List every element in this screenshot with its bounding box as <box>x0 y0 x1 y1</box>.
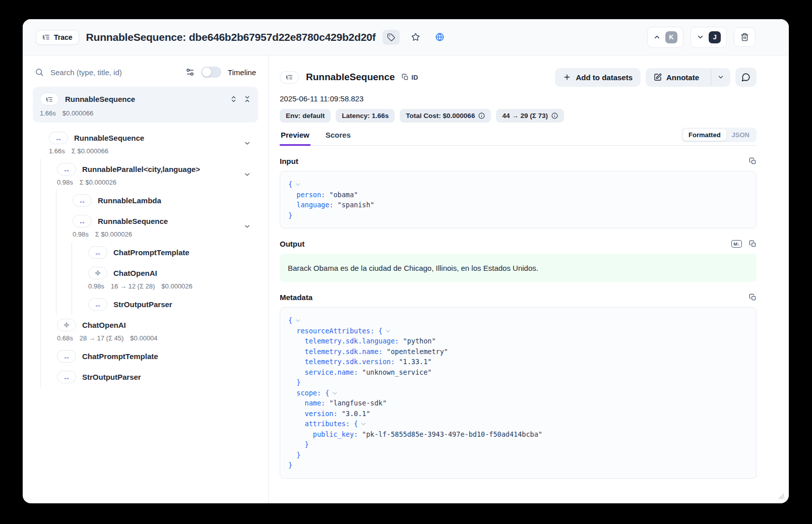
span-tree: ↔RunnableSequence1.66sΣ $0.000066↔Runnab… <box>33 128 258 387</box>
tree-node[interactable]: ↔ChatPromptTemplate <box>72 242 258 263</box>
collapse-chevron-icon[interactable] <box>386 328 390 332</box>
metadata-json-viewer: { resourceAttributes: { telemetry.sdk.la… <box>280 307 757 479</box>
search-input[interactable] <box>50 68 179 77</box>
tree-branch: ↔ChatPromptTemplate✤ChatOpenAI0.98s16 → … <box>72 242 258 315</box>
metadata-section-header: Metadata <box>280 293 757 302</box>
copy-icon[interactable] <box>749 157 757 165</box>
total-cost-badge[interactable]: Total Cost: $0.000066 <box>400 109 491 123</box>
tree-node[interactable]: ↔StrOutputParser <box>41 367 258 387</box>
output-text: Barack Obama es de la ciudad de Chicago,… <box>280 254 757 282</box>
chevron-down-icon[interactable] <box>243 171 251 179</box>
tag-icon <box>387 33 395 41</box>
trace-type-badge: Trace <box>36 30 79 45</box>
format-toggle: Formatted JSON <box>681 128 757 142</box>
trace-badge-label: Trace <box>54 33 73 41</box>
span-icon: ↔ <box>73 215 92 227</box>
span-icon: ↔ <box>88 246 107 259</box>
public-share-button[interactable] <box>431 30 448 45</box>
generation-icon: ✤ <box>57 319 76 331</box>
bookmark-star-button[interactable] <box>407 30 424 45</box>
copy-icon <box>402 74 409 81</box>
output-label: Output <box>280 240 304 248</box>
node-metrics: 0.98s16 → 12 (Σ 28)$0.000026 <box>88 282 238 290</box>
collapse-chevron-icon[interactable] <box>296 182 300 186</box>
chevron-down-icon[interactable] <box>243 140 251 147</box>
node-metrics: 1.66sΣ $0.000066 <box>49 147 238 155</box>
delete-trace-button[interactable] <box>734 27 756 47</box>
trace-root-card[interactable]: RunnableSequence 1.66s$0.000066 <box>33 87 258 123</box>
copy-icon[interactable] <box>749 240 757 248</box>
span-icon: ↔ <box>57 350 76 363</box>
chevron-up-icon <box>653 33 661 41</box>
tree-node[interactable]: ↔RunnableSequence0.98sΣ $0.000026 <box>56 211 258 242</box>
tab-preview[interactable]: Preview <box>280 131 310 146</box>
trace-icon <box>40 93 59 105</box>
add-to-datasets-button[interactable]: Add to datasets <box>555 68 641 87</box>
collapse-chevron-icon[interactable] <box>333 390 337 394</box>
latency-badge: Latency: 1.66s <box>336 109 395 123</box>
format-formatted[interactable]: Formatted <box>683 129 726 141</box>
collapse-chevron-icon[interactable] <box>296 318 300 322</box>
tree-node[interactable]: ↔ChatPromptTemplate <box>41 346 258 367</box>
star-icon <box>411 33 420 41</box>
copy-icon[interactable] <box>749 294 757 301</box>
metadata-label: Metadata <box>280 293 313 302</box>
collapse-all-icon[interactable] <box>243 95 251 103</box>
comments-button[interactable] <box>735 68 757 87</box>
tree-node[interactable]: ↔RunnableLambda <box>56 190 258 211</box>
next-trace-button[interactable]: J <box>691 27 727 48</box>
filter-sliders-icon[interactable] <box>185 68 195 77</box>
tab-scores[interactable]: Scores <box>325 131 352 145</box>
avatar: K <box>665 31 677 43</box>
tag-button[interactable] <box>383 30 400 45</box>
info-icon <box>551 112 558 119</box>
node-name: ChatOpenAI <box>82 321 126 329</box>
tree-node[interactable]: ✤ChatOpenAI0.98s16 → 12 (Σ 28)$0.000026 <box>72 263 258 294</box>
timeline-label: Timeline <box>228 68 256 77</box>
info-icon <box>478 112 485 119</box>
node-name: StrOutputParser <box>113 300 172 309</box>
node-metrics: 0.98sΣ $0.000026 <box>73 230 238 238</box>
tree-node[interactable]: ↔RunnableParallel<city,language>0.98sΣ $… <box>41 159 258 190</box>
chevron-down-icon[interactable] <box>243 223 251 230</box>
trace-window: Trace RunnableSequence: dbe646b2b67957d2… <box>23 19 789 503</box>
span-icon: ↔ <box>73 194 92 207</box>
markdown-toggle-icon[interactable]: M↓ <box>731 240 742 248</box>
input-section-header: Input <box>280 157 757 165</box>
page-title: RunnableSequence: dbe646b2b67957d22e8780… <box>86 31 376 43</box>
trash-icon <box>740 33 749 41</box>
tree-node[interactable]: ↔StrOutputParser <box>72 294 258 315</box>
node-metrics: 0.68s28 → 17 (Σ 45)$0.00004 <box>57 334 238 342</box>
window-body: Timeline RunnableSequence 1.66s$0.000066 <box>23 55 789 503</box>
span-icon: ↔ <box>57 163 76 176</box>
toggle-knob <box>202 68 211 77</box>
annotate-dropdown-button[interactable] <box>711 69 730 86</box>
token-usage-badge[interactable]: 44 → 29 (Σ 73) <box>496 109 564 123</box>
search-icon <box>35 68 44 77</box>
annotate-button[interactable]: Annotate <box>646 68 706 87</box>
span-icon: ↔ <box>88 298 107 311</box>
trace-tree-sidebar: Timeline RunnableSequence 1.66s$0.000066 <box>23 55 269 503</box>
tree-toolbar: Timeline <box>33 66 258 87</box>
tree-node[interactable]: ↔RunnableSequence1.66sΣ $0.000066 <box>33 128 258 159</box>
expand-all-icon[interactable] <box>230 95 237 103</box>
badge-row: Env: default Latency: 1.66s Total Cost: … <box>280 109 757 123</box>
resize-handle-icon[interactable] <box>779 494 784 499</box>
chat-bubble-icon <box>741 73 751 82</box>
collapse-chevron-icon[interactable] <box>361 421 365 425</box>
copy-id-button[interactable]: ID <box>402 74 418 81</box>
node-name: RunnableSequence <box>74 134 144 142</box>
list-tree-icon <box>42 33 50 41</box>
span-icon: ↔ <box>57 371 76 383</box>
globe-icon <box>435 33 444 41</box>
pencil-square-icon <box>654 73 662 81</box>
tree-node[interactable]: ✤ChatOpenAI0.68s28 → 17 (Σ 45)$0.00004 <box>41 315 258 346</box>
format-json[interactable]: JSON <box>726 129 755 141</box>
prev-trace-button[interactable]: K <box>647 27 683 48</box>
chevron-down-icon <box>697 33 704 41</box>
avatar: J <box>709 31 721 43</box>
node-name: RunnableParallel<city,language> <box>82 165 200 173</box>
timeline-toggle[interactable] <box>201 67 221 78</box>
tree-branch: ↔RunnableParallel<city,language>0.98sΣ $… <box>40 159 258 387</box>
node-name: RunnableSequence <box>98 217 168 225</box>
